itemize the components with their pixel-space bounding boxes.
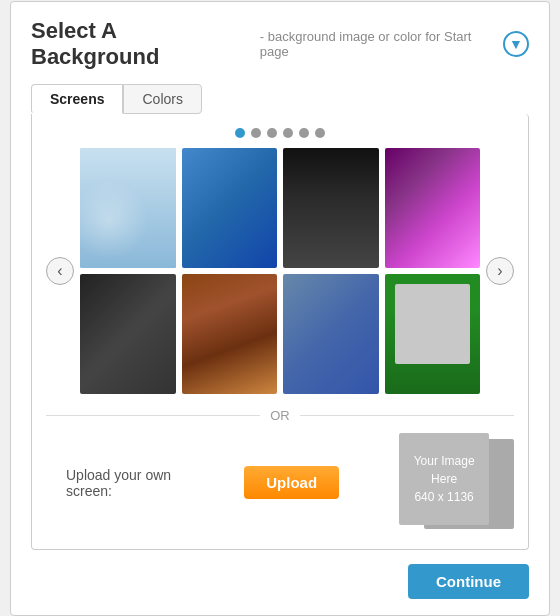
image-carousel: ‹ › bbox=[46, 148, 514, 394]
dot-1[interactable] bbox=[235, 128, 245, 138]
upload-label: Upload your own screen: bbox=[66, 467, 214, 499]
or-label: OR bbox=[270, 408, 290, 423]
image-item[interactable] bbox=[385, 148, 481, 268]
image-placeholder-group: Your Image Here 640 x 1136 bbox=[399, 433, 514, 533]
placeholder-line1: Your Image bbox=[414, 452, 475, 470]
dot-5[interactable] bbox=[299, 128, 309, 138]
tab-colors[interactable]: Colors bbox=[123, 84, 201, 114]
image-item[interactable] bbox=[80, 274, 176, 394]
placeholder-front: Your Image Here 640 x 1136 bbox=[399, 433, 489, 525]
continue-button[interactable]: Continue bbox=[408, 564, 529, 599]
dialog: Select A Background - background image o… bbox=[10, 1, 550, 616]
image-item[interactable] bbox=[283, 274, 379, 394]
content-panel: ‹ › OR Upload your own screen: Upload bbox=[31, 114, 529, 550]
tab-screens[interactable]: Screens bbox=[31, 84, 123, 114]
or-divider: OR bbox=[46, 408, 514, 423]
image-item[interactable] bbox=[283, 148, 379, 268]
prev-arrow[interactable]: ‹ bbox=[46, 257, 74, 285]
image-item[interactable] bbox=[182, 274, 278, 394]
pagination-dots bbox=[46, 128, 514, 138]
next-arrow[interactable]: › bbox=[486, 257, 514, 285]
dot-2[interactable] bbox=[251, 128, 261, 138]
upload-button[interactable]: Upload bbox=[244, 466, 339, 499]
placeholder-line3: 640 x 1136 bbox=[414, 488, 473, 506]
tab-bar: Screens Colors bbox=[31, 84, 529, 114]
upload-section: Upload your own screen: Upload Your Imag… bbox=[46, 433, 514, 533]
dot-6[interactable] bbox=[315, 128, 325, 138]
image-grid bbox=[80, 148, 480, 394]
placeholder-line2: Here bbox=[431, 470, 457, 488]
dialog-header: Select A Background - background image o… bbox=[31, 18, 529, 70]
dot-4[interactable] bbox=[283, 128, 293, 138]
image-item[interactable] bbox=[80, 148, 176, 268]
image-item[interactable] bbox=[385, 274, 481, 394]
image-item[interactable] bbox=[182, 148, 278, 268]
dot-3[interactable] bbox=[267, 128, 277, 138]
dialog-subtitle: - background image or color for Start pa… bbox=[260, 29, 503, 59]
dialog-footer: Continue bbox=[31, 564, 529, 599]
dropdown-icon[interactable]: ▼ bbox=[503, 31, 529, 57]
dialog-title: Select A Background bbox=[31, 18, 250, 70]
